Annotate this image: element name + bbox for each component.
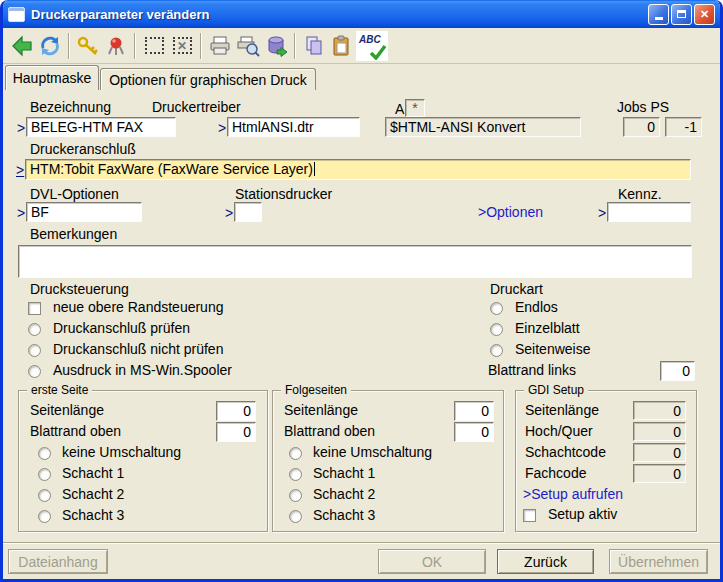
optionen-link[interactable]: >Optionen	[478, 204, 543, 220]
fs-seitenlaenge-label: Seitenlänge	[284, 403, 358, 418]
fs-keine-umschaltung-radio[interactable]	[289, 447, 302, 460]
spellcheck-icon[interactable]: ABC	[356, 31, 388, 61]
close-icon: ✕	[700, 8, 709, 21]
dvl-optionen-prefix: >	[17, 205, 25, 221]
gdi-seitenlaenge-field: 0	[633, 401, 686, 420]
randsteuerung-checkbox[interactable]	[28, 302, 41, 315]
seitenweise-label[interactable]: Seitenweise	[515, 342, 591, 357]
es-schacht2-radio[interactable]	[38, 489, 51, 502]
folgeseiten-title: Folgeseiten	[281, 383, 351, 397]
bezeichnung-prefix: >	[17, 120, 25, 136]
back-icon[interactable]	[8, 32, 36, 60]
setup-aktiv-label[interactable]: Setup aktiv	[548, 507, 617, 522]
database-export-icon[interactable]	[262, 32, 290, 60]
tab-optionen-label: Optionen für graphischen Druck	[109, 72, 307, 88]
es-schacht2-label[interactable]: Schacht 2	[62, 487, 124, 502]
print-icon[interactable]	[206, 32, 234, 60]
maximize-icon	[677, 10, 686, 18]
ps-field: -1	[665, 117, 702, 137]
druckertreiber-label: Druckertreiber	[152, 100, 241, 115]
refresh-icon[interactable]	[36, 32, 64, 60]
ok-button[interactable]: OK	[378, 549, 486, 574]
blattrand-links-input[interactable]: 0	[660, 361, 695, 381]
stationsdrucker-prefix: >	[225, 205, 233, 221]
window-icon	[8, 7, 25, 22]
druckanschluss-nicht-pruefen-label[interactable]: Druckanschluß nicht prüfen	[53, 342, 223, 357]
es-seitenlaenge-label: Seitenlänge	[30, 403, 104, 418]
minimize-button[interactable]	[648, 4, 669, 25]
druckeranschluss-input[interactable]: HTM:Tobit FaxWare (FaxWare Service Layer…	[25, 159, 691, 180]
gdi-hoch-quer-label: Hoch/Quer	[525, 424, 593, 439]
es-schacht3-radio[interactable]	[38, 510, 51, 523]
setup-aufrufen-link[interactable]: >Setup aufrufen	[523, 486, 623, 502]
dialog-window: Druckerparameter verändern ✕ ✕	[0, 0, 723, 582]
es-keine-umschaltung-radio[interactable]	[38, 447, 51, 460]
einzelblatt-radio[interactable]	[490, 323, 503, 336]
toolbar: ✕ ABC	[3, 28, 720, 64]
pin-icon[interactable]	[102, 32, 130, 60]
es-schacht1-radio[interactable]	[38, 468, 51, 481]
fs-schacht3-label[interactable]: Schacht 3	[313, 508, 375, 523]
gdi-setup-title: GDI Setup	[524, 383, 588, 397]
fs-blattrand-oben-input[interactable]: 0	[454, 422, 494, 442]
gdi-schachtcode-label: Schachtcode	[525, 445, 606, 460]
druckertreiber-input[interactable]: HtmlANSI.dtr	[227, 117, 360, 137]
druckanschluss-pruefen-radio[interactable]	[28, 323, 41, 336]
druckanschluss-nicht-pruefen-radio[interactable]	[28, 344, 41, 357]
fs-schacht2-label[interactable]: Schacht 2	[313, 487, 375, 502]
tab-optionen-graphischer-druck[interactable]: Optionen für graphischen Druck	[100, 68, 316, 90]
druckeranschluss-prefix[interactable]: >	[16, 162, 24, 178]
druckertreiber-prefix: >	[218, 120, 226, 136]
randsteuerung-label[interactable]: neue obere Randsteuerung	[53, 300, 223, 315]
endlos-label[interactable]: Endlos	[515, 300, 558, 315]
gdi-fachcode-label: Fachcode	[525, 466, 586, 481]
dvl-optionen-input[interactable]: BF	[26, 202, 142, 222]
fs-keine-umschaltung-label[interactable]: keine Umschaltung	[313, 445, 432, 460]
tab-hauptmaske[interactable]: Hauptmaske	[5, 65, 99, 90]
fs-schacht2-radio[interactable]	[289, 489, 302, 502]
fs-blattrand-oben-label: Blattrand oben	[284, 424, 375, 439]
kennz-input[interactable]	[607, 202, 691, 222]
jobs-ps-label: Jobs PS	[617, 100, 669, 115]
dvl-optionen-label: DVL-Optionen	[30, 187, 119, 202]
dateianhang-button[interactable]: Dateianhang	[8, 549, 108, 574]
clear-selection-icon[interactable]: ✕	[168, 32, 196, 60]
bemerkungen-label: Bemerkungen	[30, 227, 117, 242]
titlebar: Druckerparameter verändern ✕	[3, 0, 720, 28]
ms-win-spooler-radio[interactable]	[28, 365, 41, 378]
setup-aktiv-checkbox[interactable]	[523, 509, 536, 522]
key-icon[interactable]	[74, 32, 102, 60]
endlos-radio[interactable]	[490, 302, 503, 315]
es-schacht1-label[interactable]: Schacht 1	[62, 466, 124, 481]
zurueck-button[interactable]: Zurück	[497, 549, 594, 574]
es-schacht3-label[interactable]: Schacht 3	[62, 508, 124, 523]
fs-schacht1-radio[interactable]	[289, 468, 302, 481]
toolbar-separator	[134, 33, 136, 59]
clear-selection-box: ✕	[173, 37, 192, 54]
copy-icon[interactable]	[300, 32, 328, 60]
close-button[interactable]: ✕	[694, 4, 715, 25]
ms-win-spooler-label[interactable]: Ausdruck in MS-Win.Spooler	[53, 363, 232, 378]
paste-icon[interactable]	[328, 32, 356, 60]
print-preview-icon[interactable]	[234, 32, 262, 60]
bezeichnung-input[interactable]: BELEG-HTM FAX	[26, 117, 176, 137]
stationsdrucker-input[interactable]	[234, 202, 262, 222]
bemerkungen-input[interactable]	[18, 245, 692, 278]
blattrand-links-label: Blattrand links	[488, 363, 576, 378]
fs-seitenlaenge-input[interactable]: 0	[454, 401, 494, 421]
fs-schacht1-label[interactable]: Schacht 1	[313, 466, 375, 481]
fs-schacht3-radio[interactable]	[289, 510, 302, 523]
es-blattrand-oben-input[interactable]: 0	[216, 422, 256, 442]
uebernehmen-button[interactable]: Übernehmen	[609, 549, 708, 574]
einzelblatt-label[interactable]: Einzelblatt	[515, 321, 580, 336]
bezeichnung-label: Bezeichnung	[30, 100, 111, 115]
maximize-button[interactable]	[671, 4, 692, 25]
seitenweise-radio[interactable]	[490, 344, 503, 357]
es-keine-umschaltung-label[interactable]: keine Umschaltung	[62, 445, 181, 460]
selection-icon[interactable]	[140, 32, 168, 60]
druckanschluss-pruefen-label[interactable]: Druckanschluß prüfen	[53, 321, 190, 336]
gdi-schachtcode-field: 0	[633, 443, 686, 462]
es-seitenlaenge-input[interactable]: 0	[216, 401, 256, 421]
gdi-fachcode-field: 0	[633, 464, 686, 483]
window-title: Druckerparameter verändern	[31, 7, 646, 22]
